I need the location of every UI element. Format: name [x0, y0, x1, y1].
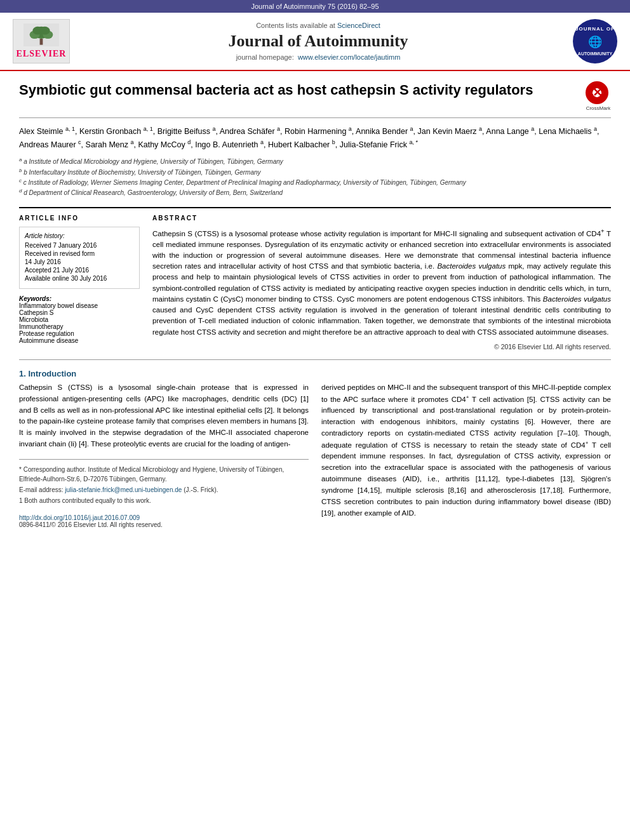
journal-badge-area: JOURNAL OF 🌐 AUTOIMMUNITY [566, 19, 617, 63]
keyword-3: Microbiota [19, 316, 140, 323]
separator-thick [19, 207, 611, 208]
article-info-title: ARTICLE INFO [19, 215, 140, 222]
article-history-box: Article history: Received 7 January 2016… [19, 227, 140, 289]
affiliation-a: a a Institute of Medical Microbiology an… [19, 156, 611, 166]
article-info-section: ARTICLE INFO Article history: Received 7… [19, 215, 140, 350]
corresponding-note: * Corresponding author. Institute of Med… [19, 465, 309, 484]
history-label: Article history: [25, 232, 134, 239]
authors-text: Alex Steimle a, 1, Kerstin Gronbach a, 1… [19, 127, 600, 149]
svg-rect-1 [40, 39, 43, 45]
info-abstract-area: ARTICLE INFO Article history: Received 7… [19, 215, 611, 350]
journal-homepage-link[interactable]: www.elsevier.com/locate/jautimm [298, 53, 400, 61]
received-date: Received 7 January 2016 [25, 242, 134, 249]
section-separator [19, 359, 611, 360]
doi-anchor[interactable]: http://dx.doi.org/10.1016/j.jaut.2016.07… [19, 514, 140, 521]
keyword-2: Cathepsin S [19, 309, 140, 316]
journal-title: Journal of Autoimmunity [70, 32, 566, 51]
keyword-1: Inflammatory bowel disease [19, 302, 140, 309]
badge-bottom-text: AUTOIMMUNITY [578, 51, 612, 57]
homepage-line: journal homepage: www.elsevier.com/locat… [70, 53, 566, 61]
keyword-4: Immunotherapy [19, 323, 140, 330]
revised-date: 14 July 2016 [25, 258, 134, 265]
keyword-5: Protease regulation [19, 330, 140, 337]
issn-text: 0896-8411/© 2016 Elsevier Ltd. All right… [19, 521, 309, 528]
abstract-title: ABSTRACT [152, 215, 611, 222]
doi-link: http://dx.doi.org/10.1016/j.jaut.2016.07… [19, 514, 309, 521]
autoimmunity-badge: JOURNAL OF 🌐 AUTOIMMUNITY [573, 19, 617, 63]
crossmark-label: CrossMark [586, 105, 611, 111]
affiliation-b: b b Interfacultary Institute of Biochemi… [19, 167, 611, 177]
crossmark-area: ✕ CrossMark [586, 81, 611, 111]
accepted-date: Accepted 21 July 2016 [25, 267, 134, 274]
authors-list: Alex Steimle a, 1, Kerstin Gronbach a, 1… [19, 124, 611, 151]
intro-left-col: Cathepsin S (CTSS) is a lysosomal single… [19, 382, 309, 528]
keyword-6: Autoimmune disease [19, 337, 140, 344]
keywords-list: Inflammatory bowel disease Cathepsin S M… [19, 302, 140, 344]
intro-right-col: derived peptides on MHC-II and the subse… [321, 382, 611, 528]
intro-section: Cathepsin S (CTSS) is a lysosomal single… [19, 382, 611, 528]
affiliations-list: a a Institute of Medical Microbiology an… [19, 156, 611, 197]
affiliation-c: c c Institute of Radiology, Werner Sieme… [19, 177, 611, 187]
article-title: Symbiotic gut commensal bacteria act as … [19, 81, 579, 100]
abstract-section: ABSTRACT Cathepsin S (CTSS) is a lysosom… [152, 215, 611, 350]
intro-right-text: derived peptides on MHC-II and the subse… [321, 382, 611, 519]
affiliation-d: d d Department of Clinical Reasearch, Ga… [19, 187, 611, 197]
revised-label: Received in revised form [25, 250, 134, 257]
email-link[interactable]: julia-stefanie.frick@med.uni-tuebingen.d… [65, 486, 182, 493]
available-date: Available online 30 July 2016 [25, 275, 134, 282]
intro-section-heading: 1. Introduction [19, 369, 611, 378]
elsevier-logo-box: ELSEVIER [13, 19, 70, 63]
crossmark-logo: ✕ [586, 81, 608, 104]
elsevier-wordmark: ELSEVIER [17, 49, 67, 59]
paper-content: Symbiotic gut commensal bacteria act as … [0, 71, 630, 541]
copyright-line: © 2016 Elsevier Ltd. All rights reserved… [152, 343, 611, 350]
abstract-body: Cathepsin S (CTSS) is a lysosomal protea… [152, 227, 611, 338]
journal-citation: Journal of Autoimmunity 75 (2016) 82–95 [251, 3, 379, 10]
footnote-area: * Corresponding author. Institute of Med… [19, 459, 309, 505]
email-note: E-mail address: julia-stefanie.frick@med… [19, 485, 309, 495]
intro-left-text: Cathepsin S (CTSS) is a lysosomal single… [19, 382, 309, 450]
journal-topbar: Journal of Autoimmunity 75 (2016) 82–95 [0, 0, 630, 13]
elsevier-logo-area: ELSEVIER [13, 19, 70, 63]
contents-line: Contents lists available at ScienceDirec… [70, 22, 566, 29]
article-title-area: Symbiotic gut commensal bacteria act as … [19, 81, 611, 118]
keywords-section: Keywords: Inflammatory bowel disease Cat… [19, 295, 140, 344]
journal-header: ELSEVIER Contents lists available at Sci… [0, 13, 630, 71]
equal-contrib-note: 1 Both authors contributed equally to th… [19, 496, 309, 505]
badge-icon: 🌐 [588, 35, 602, 50]
badge-top-text: JOURNAL OF [575, 26, 615, 32]
elsevier-tree-graphic [19, 23, 64, 46]
journal-title-area: Contents lists available at ScienceDirec… [70, 22, 566, 61]
svg-point-6 [40, 27, 50, 35]
keywords-title: Keywords: [19, 295, 140, 302]
sciencedirect-link[interactable]: ScienceDirect [337, 22, 380, 29]
